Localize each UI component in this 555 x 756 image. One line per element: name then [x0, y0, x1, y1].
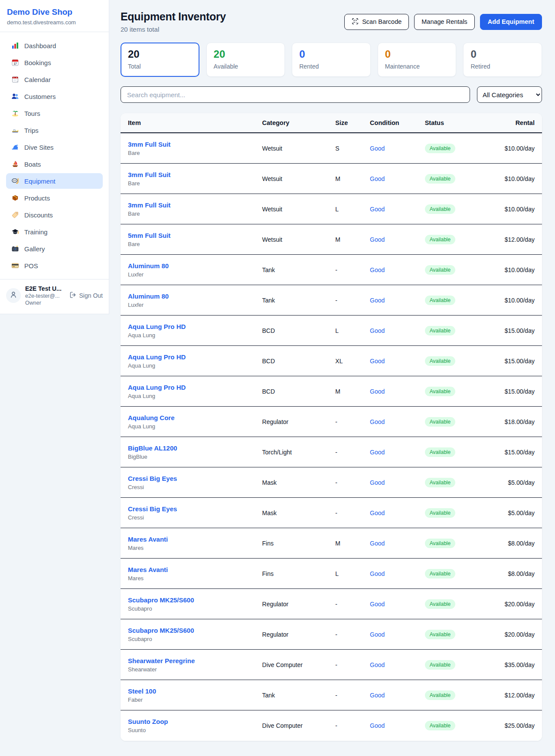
cell-status: Available [425, 235, 484, 244]
category-select[interactable]: All Categories [477, 86, 542, 103]
sign-out-icon [69, 291, 77, 300]
pos-icon [11, 262, 19, 270]
stat-label: Total [128, 63, 192, 70]
item-name-link[interactable]: Mares Avanti [128, 566, 168, 573]
cell-item: 5mm Full Suit Bare [128, 232, 262, 247]
stat-card-available[interactable]: 20 Available [206, 43, 285, 77]
condition-link[interactable]: Good [370, 601, 385, 608]
sidebar-item-pos[interactable]: POS [6, 258, 103, 273]
item-name-link[interactable]: Suunto Zoop [128, 718, 168, 725]
search-input[interactable] [121, 86, 470, 103]
sidebar-item-discounts[interactable]: Discounts [6, 207, 103, 223]
item-name-link[interactable]: Mares Avanti [128, 536, 168, 543]
status-badge: Available [425, 539, 455, 548]
item-name-link[interactable]: 3mm Full Suit [128, 201, 170, 209]
condition-link[interactable]: Good [370, 266, 385, 273]
sidebar-item-equipment[interactable]: Equipment [6, 173, 103, 189]
cell-item: Cressi Big Eyes Cressi [128, 475, 262, 490]
cell-rental: $20.00/day [484, 601, 535, 608]
condition-link[interactable]: Good [370, 479, 385, 486]
condition-link[interactable]: Good [370, 631, 385, 638]
condition-link[interactable]: Good [370, 418, 385, 425]
cell-size: - [335, 601, 370, 608]
status-badge: Available [425, 660, 455, 670]
stat-card-maintenance[interactable]: 0 Maintenance [378, 43, 457, 77]
condition-link[interactable]: Good [370, 388, 385, 395]
condition-link[interactable]: Good [370, 236, 385, 243]
status-badge: Available [425, 721, 455, 730]
condition-link[interactable]: Good [370, 661, 385, 668]
condition-link[interactable]: Good [370, 722, 385, 729]
item-name-link[interactable]: 3mm Full Suit [128, 141, 170, 148]
sidebar-item-boats[interactable]: Boats [6, 156, 103, 172]
stat-label: Retired [470, 63, 535, 70]
item-name-link[interactable]: Steel 100 [128, 687, 156, 695]
cell-condition: Good [370, 479, 425, 486]
cell-condition: Good [370, 266, 425, 273]
item-brand: BigBlue [128, 454, 262, 460]
cell-item: Aluminum 80 Luxfer [128, 262, 262, 278]
condition-link[interactable]: Good [370, 297, 385, 304]
sidebar-item-customers[interactable]: Customers [6, 89, 103, 104]
item-name-link[interactable]: Aqualung Core [128, 414, 175, 421]
cell-category: Regulator [262, 631, 336, 638]
status-badge: Available [425, 265, 455, 275]
cell-item: Aqua Lung Pro HD Aqua Lung [128, 323, 262, 339]
add-equipment-button[interactable]: Add Equipment [480, 14, 542, 30]
item-name-link[interactable]: Aqua Lung Pro HD [128, 353, 186, 361]
item-name-link[interactable]: Cressi Big Eyes [128, 475, 177, 482]
item-brand: Luxfer [128, 302, 262, 308]
item-name-link[interactable]: Aluminum 80 [128, 293, 169, 300]
item-name-link[interactable]: Scubapro MK25/S600 [128, 627, 194, 634]
sign-out-button[interactable]: Sign Out [69, 291, 103, 300]
item-brand: Bare [128, 150, 262, 156]
item-brand: Mares [128, 575, 262, 582]
condition-link[interactable]: Good [370, 540, 385, 547]
condition-link[interactable]: Good [370, 175, 385, 182]
status-badge: Available [425, 508, 455, 518]
cell-category: Wetsuit [262, 175, 336, 182]
page-title-block: Equipment Inventory 20 items total [121, 10, 226, 33]
sidebar-item-bookings[interactable]: 17 Bookings [6, 55, 103, 70]
item-name-link[interactable]: 5mm Full Suit [128, 232, 170, 239]
sidebar-item-training[interactable]: Training [6, 224, 103, 240]
item-name-link[interactable]: Cressi Big Eyes [128, 505, 177, 513]
sidebar-item-dashboard[interactable]: Dashboard [6, 38, 103, 53]
stat-card-rented[interactable]: 0 Rented [292, 43, 371, 77]
item-name-link[interactable]: 3mm Full Suit [128, 171, 170, 178]
item-name-link[interactable]: Shearwater Peregrine [128, 657, 195, 664]
manage-rentals-button[interactable]: Manage Rentals [414, 14, 475, 30]
item-name-link[interactable]: Aqua Lung Pro HD [128, 323, 186, 330]
scan-barcode-button[interactable]: Scan Barcode [344, 14, 409, 30]
person-icon [9, 290, 18, 301]
cell-size: S [335, 145, 370, 152]
cell-status: Available [425, 144, 484, 153]
cell-item: 3mm Full Suit Bare [128, 201, 262, 217]
stat-card-retired[interactable]: 0 Retired [463, 43, 542, 77]
item-name-link[interactable]: Aqua Lung Pro HD [128, 384, 186, 391]
condition-link[interactable]: Good [370, 358, 385, 365]
condition-link[interactable]: Good [370, 449, 385, 456]
cell-size: - [335, 297, 370, 304]
sidebar-item-calendar[interactable]: Calendar [6, 72, 103, 87]
status-badge: Available [425, 447, 455, 457]
table-body: 3mm Full Suit Bare Wetsuit S Good Availa… [121, 133, 542, 741]
item-name-link[interactable]: BigBlue AL1200 [128, 444, 177, 452]
condition-link[interactable]: Good [370, 692, 385, 699]
condition-link[interactable]: Good [370, 145, 385, 152]
cell-condition: Good [370, 206, 425, 213]
sidebar-item-gallery[interactable]: Gallery [6, 241, 103, 256]
sidebar-item-trips[interactable]: Trips [6, 122, 103, 138]
sidebar-item-tours[interactable]: Tours [6, 105, 103, 121]
column-header-size: Size [335, 119, 370, 126]
condition-link[interactable]: Good [370, 570, 385, 577]
sidebar-item-dive-sites[interactable]: Dive Sites [6, 139, 103, 155]
item-name-link[interactable]: Scubapro MK25/S600 [128, 596, 194, 604]
condition-link[interactable]: Good [370, 509, 385, 516]
item-name-link[interactable]: Aluminum 80 [128, 262, 169, 270]
stat-card-total[interactable]: 20 Total [121, 43, 199, 77]
condition-link[interactable]: Good [370, 327, 385, 334]
cell-item: 3mm Full Suit Bare [128, 171, 262, 187]
sidebar-item-products[interactable]: Products [6, 190, 103, 206]
condition-link[interactable]: Good [370, 206, 385, 213]
